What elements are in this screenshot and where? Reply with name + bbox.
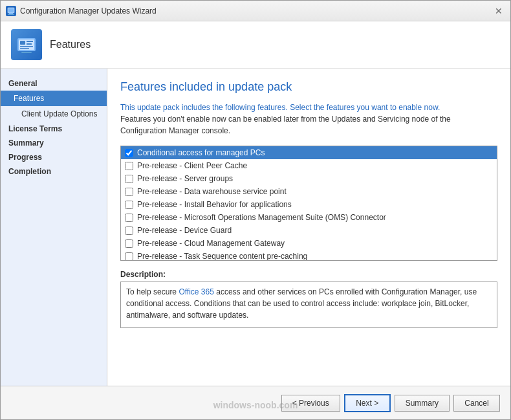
feature-label-4: Pre-release - Data warehouse service poi… [137,187,287,196]
feature-checkbox-4[interactable] [125,188,133,196]
feature-label-3: Pre-release - Server groups [137,174,233,183]
summary-button[interactable]: Summary [395,395,450,412]
sidebar-item-features[interactable]: Features [1,91,107,106]
sidebar-section-summary[interactable]: Summary [1,136,107,150]
feature-checkbox-6[interactable] [125,214,133,222]
close-button[interactable]: ✕ [492,5,505,17]
cancel-button[interactable]: Cancel [453,395,500,412]
feature-label-1: Conditional access for managed PCs [137,148,265,157]
feature-label-5: Pre-release - Install Behavior for appli… [137,200,292,209]
office365-link: Office 365 [179,287,213,296]
title-bar: Configuration Manager Updates Wizard ✕ [1,1,510,21]
feature-item-2[interactable]: Pre-release - Client Peer Cache [121,159,497,172]
description-label: Description: [120,270,497,279]
svg-rect-2 [8,14,14,15]
info-line2: Features you don't enable now can be ena… [120,115,451,135]
svg-rect-6 [27,41,33,42]
wizard-body: General Features Client Update Options L… [1,69,510,386]
svg-rect-7 [27,43,32,45]
feature-label-2: Pre-release - Client Peer Cache [137,161,247,170]
svg-rect-0 [8,8,14,13]
feature-label-9: Pre-release - Task Sequence content pre-… [137,252,307,261]
next-button[interactable]: Next > [344,394,391,412]
svg-rect-9 [20,48,29,49]
svg-rect-10 [21,52,32,53]
sidebar-section-progress: Progress [1,150,107,164]
feature-item-7[interactable]: Pre-release - Device Guard [121,224,497,237]
sidebar: General Features Client Update Options L… [1,69,107,386]
content-heading: Features included in update pack [120,80,497,94]
title-bar-title: Configuration Manager Updates Wizard [20,6,492,16]
svg-rect-8 [20,46,33,47]
feature-item-6[interactable]: Pre-release - Microsoft Operations Manag… [121,211,497,224]
feature-item-1[interactable]: Conditional access for managed PCs [121,146,497,159]
footer: < Previous Next > Summary Cancel windows… [1,386,510,419]
info-text: This update pack includes the following … [120,102,497,137]
wizard-window: Configuration Manager Updates Wizard ✕ F… [0,0,511,420]
feature-checkbox-7[interactable] [125,227,133,235]
description-text: To help secure Office 365 access and oth… [126,287,477,320]
features-list[interactable]: Conditional access for managed PCs Pre-r… [120,146,497,261]
wizard-icon [11,29,42,60]
wizard-header: Features [1,21,510,69]
feature-checkbox-3[interactable] [125,175,133,183]
wizard-page-title: Features [50,39,91,50]
svg-rect-1 [9,13,13,14]
feature-item-5[interactable]: Pre-release - Install Behavior for appli… [121,198,497,211]
sidebar-item-client-update-options[interactable]: Client Update Options [1,106,107,122]
title-bar-icon [6,6,16,16]
info-link: This update pack includes the following … [120,103,440,112]
feature-checkbox-1[interactable] [125,149,133,157]
main-content: Features included in update pack This up… [107,69,510,386]
sidebar-section-completion: Completion [1,164,107,179]
sidebar-section-license: License Terms [1,122,107,136]
feature-label-8: Pre-release - Cloud Management Gateway [137,239,285,248]
feature-checkbox-9[interactable] [125,252,133,261]
feature-item-8[interactable]: Pre-release - Cloud Management Gateway [121,237,497,250]
feature-label-7: Pre-release - Device Guard [137,226,232,235]
svg-rect-5 [20,41,25,45]
info-line1: This update pack includes the following … [120,103,440,112]
previous-button[interactable]: < Previous [281,395,340,412]
sidebar-section-general: General [1,76,107,91]
feature-checkbox-5[interactable] [125,201,133,209]
feature-item-3[interactable]: Pre-release - Server groups [121,172,497,185]
feature-checkbox-2[interactable] [125,162,133,170]
feature-item-9[interactable]: Pre-release - Task Sequence content pre-… [121,250,497,261]
feature-checkbox-8[interactable] [125,239,133,248]
description-box: To help secure Office 365 access and oth… [120,282,497,328]
feature-label-6: Pre-release - Microsoft Operations Manag… [137,213,386,222]
feature-item-4[interactable]: Pre-release - Data warehouse service poi… [121,185,497,198]
